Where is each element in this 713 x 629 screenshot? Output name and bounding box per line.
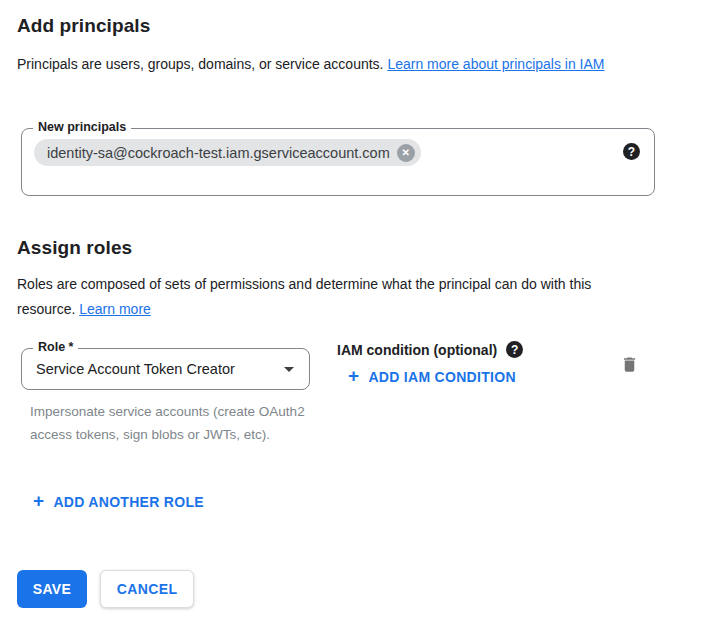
delete-role-button[interactable]: [615, 349, 644, 380]
principals-description: Principals are users, groups, domains, o…: [17, 52, 667, 77]
plus-icon: +: [33, 491, 44, 510]
add-another-role-button[interactable]: + ADD ANOTHER ROLE: [33, 493, 204, 510]
iam-condition-section: IAM condition (optional) ? + ADD IAM CON…: [337, 341, 523, 386]
help-icon[interactable]: ?: [623, 143, 640, 160]
principal-chip: identity-sa@cockroach-test.iam.gservicea…: [34, 139, 421, 166]
page-title: Add principals: [17, 15, 150, 37]
principal-chip-text: identity-sa@cockroach-test.iam.gservicea…: [47, 145, 390, 161]
role-select[interactable]: Role * Service Account Token Creator: [21, 348, 310, 390]
learn-more-roles-link[interactable]: Learn more: [79, 301, 151, 317]
role-label: Role *: [33, 340, 78, 354]
trash-icon: [620, 363, 639, 378]
add-another-role-label: ADD ANOTHER ROLE: [53, 494, 204, 510]
chip-remove-icon[interactable]: ✕: [397, 144, 415, 162]
cancel-button[interactable]: CANCEL: [100, 570, 194, 608]
new-principals-field[interactable]: New principals identity-sa@cockroach-tes…: [21, 128, 655, 196]
roles-description: Roles are composed of sets of permission…: [17, 272, 625, 322]
role-helper-text: Impersonate service accounts (create OAu…: [30, 400, 318, 446]
assign-roles-title: Assign roles: [17, 237, 132, 259]
iam-condition-label-row: IAM condition (optional) ?: [337, 341, 523, 358]
add-iam-condition-label: ADD IAM CONDITION: [368, 369, 515, 385]
dropdown-arrow-icon: [284, 367, 294, 372]
role-selected-value: Service Account Token Creator: [36, 361, 235, 377]
add-iam-condition-button[interactable]: + ADD IAM CONDITION: [348, 368, 516, 385]
iam-condition-label: IAM condition (optional): [337, 342, 497, 358]
save-button[interactable]: SAVE: [17, 570, 87, 608]
learn-more-principals-link[interactable]: Learn more about principals in IAM: [387, 56, 604, 72]
iam-condition-help-icon[interactable]: ?: [506, 341, 523, 358]
principals-description-text: Principals are users, groups, domains, o…: [17, 56, 384, 72]
new-principals-label: New principals: [33, 120, 131, 134]
plus-icon: +: [348, 366, 359, 385]
add-principals-panel: Add principals Principals are users, gro…: [0, 0, 713, 629]
